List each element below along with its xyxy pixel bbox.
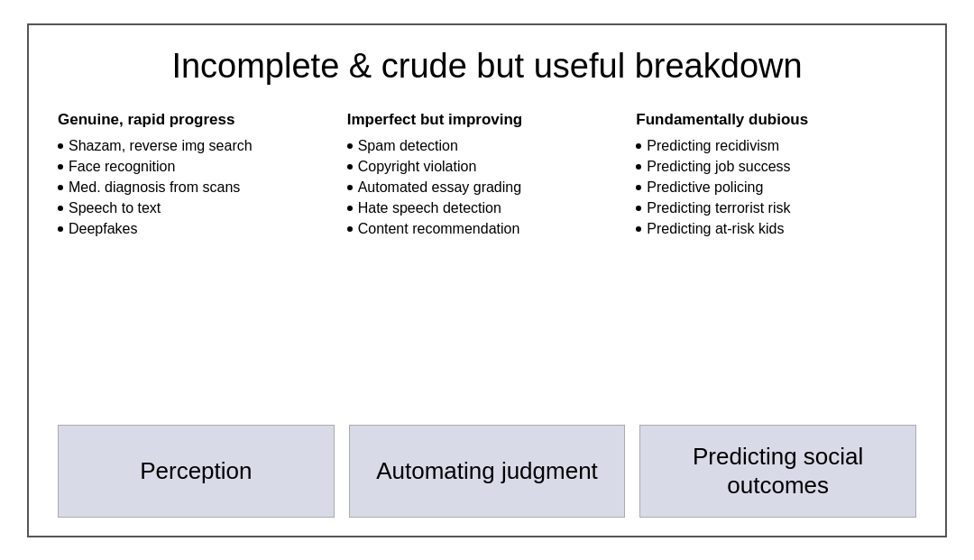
columns-row: Genuine, rapid progress Shazam, reverse … [58, 111, 916, 407]
box-perception-label: Perception [140, 456, 252, 486]
column-genuine-list: Shazam, reverse img search Face recognit… [58, 138, 329, 407]
list-item: Predictive policing [636, 179, 907, 196]
bottom-boxes-row: Perception Automating judgment Predictin… [58, 425, 916, 518]
bullet-icon [636, 226, 641, 232]
list-item: Shazam, reverse img search [58, 138, 329, 154]
list-item: Automated essay grading [347, 179, 619, 196]
bullet-icon [347, 226, 353, 232]
list-item: Predicting terrorist risk [636, 200, 907, 216]
bullet-icon [58, 143, 63, 149]
box-social: Predicting social outcomes [639, 425, 916, 518]
column-dubious-header: Fundamentally dubious [636, 111, 907, 129]
bullet-icon [347, 143, 353, 149]
list-item: Speech to text [58, 200, 329, 216]
list-item: Med. diagnosis from scans [58, 179, 329, 196]
list-item: Predicting job success [636, 159, 907, 175]
column-dubious-list: Predicting recidivism Predicting job suc… [636, 138, 907, 407]
bullet-icon [347, 185, 353, 190]
column-dubious: Fundamentally dubious Predicting recidiv… [627, 111, 916, 407]
box-judgment-label: Automating judgment [376, 456, 598, 486]
bullet-icon [636, 185, 641, 190]
bullet-icon [58, 164, 63, 170]
list-item: Deepfakes [58, 221, 329, 237]
bullet-icon [58, 185, 63, 190]
column-imperfect-header: Imperfect but improving [347, 111, 619, 129]
list-item: Spam detection [347, 138, 619, 154]
column-genuine: Genuine, rapid progress Shazam, reverse … [58, 111, 338, 407]
bullet-icon [347, 206, 353, 211]
box-judgment: Automating judgment [349, 425, 626, 518]
box-perception: Perception [58, 425, 335, 518]
main-card: Incomplete & crude but useful breakdown … [27, 23, 947, 537]
list-item: Hate speech detection [347, 200, 619, 216]
bullet-icon [347, 164, 353, 170]
bullet-icon [636, 206, 641, 211]
column-genuine-header: Genuine, rapid progress [58, 111, 329, 129]
list-item: Copyright violation [347, 159, 619, 175]
main-title: Incomplete & crude but useful breakdown [58, 47, 916, 86]
list-item: Predicting at-risk kids [636, 221, 907, 237]
bullet-icon [636, 143, 641, 149]
box-social-label: Predicting social outcomes [651, 442, 905, 500]
bullet-icon [636, 164, 641, 170]
bullet-icon [58, 206, 63, 211]
list-item: Content recommendation [347, 221, 619, 237]
list-item: Face recognition [58, 159, 329, 175]
bullet-icon [58, 226, 63, 232]
list-item: Predicting recidivism [636, 138, 907, 154]
column-imperfect: Imperfect but improving Spam detection C… [338, 111, 628, 407]
column-imperfect-list: Spam detection Copyright violation Autom… [347, 138, 619, 407]
